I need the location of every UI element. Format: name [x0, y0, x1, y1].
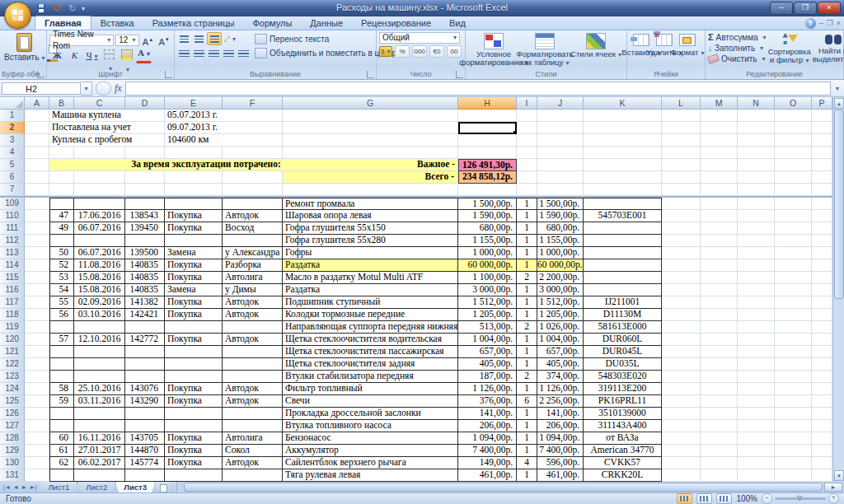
clear-button[interactable]: Очистить	[708, 54, 767, 63]
cell-J122[interactable]: 405,00р.	[537, 358, 584, 371]
fill-color-button[interactable]	[119, 49, 134, 63]
cell-E124[interactable]: Покупка	[165, 383, 223, 395]
cell-I125[interactable]: 6	[517, 395, 537, 408]
cell[interactable]	[701, 371, 738, 383]
cell-F121[interactable]	[223, 346, 283, 358]
cell[interactable]	[738, 122, 775, 134]
row-header-4[interactable]: 4	[0, 147, 25, 159]
ribbon-tab-Вид[interactable]: Вид	[440, 16, 475, 30]
cell[interactable]	[223, 171, 283, 184]
cell[interactable]	[662, 469, 701, 482]
cell-G115[interactable]: Масло в раздатку Motul Multi ATF	[283, 272, 458, 284]
cell[interactable]	[701, 259, 738, 272]
column-header-O[interactable]: O	[775, 97, 812, 110]
cell-C119[interactable]	[74, 321, 125, 334]
cell[interactable]	[701, 321, 738, 334]
restore-button[interactable]: ❐	[794, 2, 817, 15]
cell[interactable]	[738, 210, 775, 222]
cell[interactable]	[812, 134, 832, 147]
cell[interactable]	[662, 408, 701, 420]
cell-H119[interactable]: 513,00р.	[458, 321, 517, 334]
alignment-dialog-launcher[interactable]	[367, 71, 374, 78]
cell-H115[interactable]: 1 100,00р.	[458, 272, 517, 284]
cell[interactable]	[25, 395, 49, 408]
cell-D129[interactable]: 144870	[125, 445, 165, 457]
cell[interactable]	[775, 346, 812, 358]
cell[interactable]	[738, 259, 775, 272]
cell-E117[interactable]: Покупка	[165, 296, 223, 309]
cell[interactable]	[812, 309, 832, 321]
cell-K111[interactable]	[584, 222, 662, 235]
ribbon-tab-Разметка страницы[interactable]: Разметка страницы	[143, 16, 244, 30]
cell[interactable]	[125, 171, 165, 184]
row-header-123[interactable]: 123	[0, 371, 25, 383]
cell[interactable]	[701, 247, 738, 259]
cell[interactable]	[812, 210, 832, 222]
cell[interactable]	[775, 159, 812, 171]
row-header-131[interactable]: 131	[0, 469, 25, 482]
cell[interactable]	[775, 210, 812, 222]
cell[interactable]	[738, 420, 775, 432]
cell-B129[interactable]: 61	[49, 445, 74, 457]
column-header-K[interactable]: K	[584, 97, 662, 110]
cell-E112[interactable]	[165, 235, 223, 247]
cell-C124[interactable]: 25.10.2016	[74, 383, 125, 395]
cell-D128[interactable]: 143705	[125, 432, 165, 445]
column-header-M[interactable]: M	[701, 97, 738, 110]
cell-D111[interactable]: 139450	[125, 222, 165, 235]
row-header-126[interactable]: 126	[0, 408, 25, 420]
cell-C115[interactable]: 15.08.2016	[74, 272, 125, 284]
page-break-view-button[interactable]	[716, 493, 732, 504]
cell[interactable]	[775, 284, 812, 296]
cell[interactable]	[662, 457, 701, 469]
cell-C128[interactable]: 16.11.2016	[74, 432, 125, 445]
cell-G116[interactable]: Раздатка	[283, 284, 458, 296]
format-cells-button[interactable]: Формат	[676, 32, 699, 69]
cell-J125[interactable]: 2 256,00р.	[537, 395, 584, 408]
column-header-B[interactable]: B	[49, 97, 74, 110]
cell[interactable]	[812, 184, 832, 196]
cell[interactable]	[662, 346, 701, 358]
cell-J124[interactable]: 1 126,00р.	[537, 383, 584, 395]
cell-H112[interactable]: 1 155,00р.	[458, 235, 517, 247]
cell[interactable]	[662, 159, 701, 171]
cell-I110[interactable]: 1	[517, 210, 537, 222]
cell[interactable]	[701, 147, 738, 159]
cell[interactable]	[662, 321, 701, 334]
cell-C111[interactable]: 06.07.2016	[74, 222, 125, 235]
scroll-down-button[interactable]: ▼	[834, 470, 844, 481]
cell-H126[interactable]: 141,00р.	[458, 408, 517, 420]
cell[interactable]	[738, 469, 775, 482]
name-box[interactable]: H2	[2, 82, 81, 95]
cell-C113[interactable]: 06.07.2016	[74, 247, 125, 259]
cell-H117[interactable]: 1 512,00р.	[458, 296, 517, 309]
cell[interactable]	[812, 198, 832, 210]
cell[interactable]	[25, 198, 49, 210]
column-header-E[interactable]: E	[165, 97, 223, 110]
cell-D130[interactable]: 145774	[125, 457, 165, 469]
cell[interactable]	[812, 371, 832, 383]
ribbon-tab-Главная[interactable]: Главная	[35, 16, 91, 30]
cell[interactable]	[701, 432, 738, 445]
conditional-formatting-button[interactable]: Условное форматирование	[468, 32, 519, 69]
row-header-114[interactable]: 114	[0, 259, 25, 272]
cell[interactable]	[662, 383, 701, 395]
cell-K124[interactable]: 319113E200	[584, 383, 662, 395]
cell[interactable]	[775, 222, 812, 235]
number-format-select[interactable]: Общий	[379, 32, 460, 44]
cell[interactable]	[662, 420, 701, 432]
cell-F118[interactable]: Автодок	[223, 309, 283, 321]
cell[interactable]	[517, 159, 537, 171]
cell-J128[interactable]: 1 094,00р.	[537, 432, 584, 445]
cell-F110[interactable]: Автодок	[223, 210, 283, 222]
row-header-109[interactable]: 109	[0, 198, 25, 210]
cell-E119[interactable]	[165, 321, 223, 334]
cell-H130[interactable]: 149,00р.	[458, 457, 517, 469]
cell-G118[interactable]: Колодки тормозные передние	[283, 309, 458, 321]
cell[interactable]	[701, 358, 738, 371]
cell-J111[interactable]: 680,00р.	[537, 222, 584, 235]
cell-K128[interactable]: от ВАЗа	[584, 432, 662, 445]
cell-J123[interactable]: 374,00р.	[537, 371, 584, 383]
cell[interactable]	[812, 457, 832, 469]
cell[interactable]	[584, 134, 662, 147]
